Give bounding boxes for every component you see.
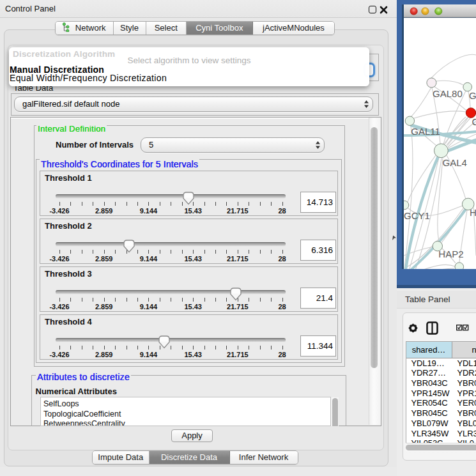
svg-text:GAL11: GAL11	[411, 126, 440, 137]
svg-text:H: H	[470, 207, 476, 218]
svg-text:GAL4: GAL4	[443, 157, 467, 168]
svg-text:GAL80: GAL80	[433, 88, 463, 99]
svg-text:GCY1: GCY1	[404, 210, 430, 221]
svg-text:HAP2: HAP2	[438, 249, 463, 259]
svg-text:C: C	[472, 116, 476, 127]
svg-text:G: G	[469, 90, 476, 101]
